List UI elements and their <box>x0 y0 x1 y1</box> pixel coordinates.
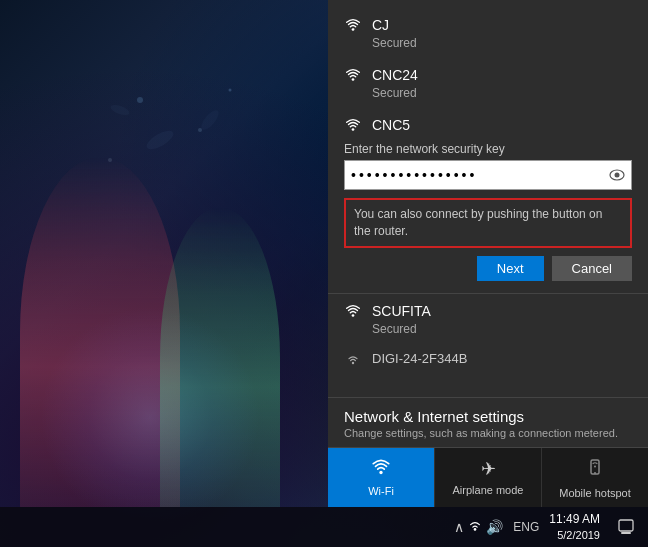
svg-point-12 <box>352 314 355 317</box>
wifi-signal-icon-digi <box>344 350 362 368</box>
eye-icon <box>609 169 625 181</box>
network-settings-section: Network & Internet settings Change setti… <box>328 397 648 447</box>
quick-actions-bar: Wi-Fi ✈ Airplane mode Mobile hotspot <box>328 447 648 507</box>
wifi-signal-icon-cnc5 <box>344 116 362 134</box>
bg-decoration <box>60 60 260 260</box>
next-button[interactable]: Next <box>477 256 544 281</box>
wifi-item-cj[interactable]: CJ Secured <box>328 8 648 58</box>
wifi-name-cnc5: CNC5 <box>372 117 410 133</box>
router-notice-text: You can also connect by pushing the butt… <box>354 207 602 238</box>
wifi-status-scufita: Secured <box>372 322 632 336</box>
system-tray: ∧ 🔊 ENG 11:49 AM 5/2/2019 <box>454 512 640 542</box>
quick-action-wifi[interactable]: Wi-Fi <box>328 448 435 507</box>
airplane-icon: ✈ <box>481 458 496 480</box>
cancel-button[interactable]: Cancel <box>552 256 632 281</box>
wifi-status-cj: Secured <box>372 36 632 50</box>
network-panel: CJ Secured CNC24 Secured <box>328 0 648 507</box>
taskbar: ∧ 🔊 ENG 11:49 AM 5/2/2019 <box>0 507 648 547</box>
wifi-name-cj: CJ <box>372 17 389 33</box>
quick-action-mobile-hotspot[interactable]: Mobile hotspot <box>542 448 648 507</box>
svg-point-0 <box>137 97 143 103</box>
svg-point-1 <box>198 128 202 132</box>
wifi-item-scufita-header: SCUFITA <box>344 302 632 320</box>
tray-network-icon[interactable] <box>468 518 482 535</box>
wifi-item-cnc5-expanded: CNC5 Enter the network security key You … <box>328 108 648 294</box>
wifi-signal-icon-cj <box>344 16 362 34</box>
mobile-hotspot-label: Mobile hotspot <box>559 487 631 499</box>
wifi-quick-label: Wi-Fi <box>368 485 394 497</box>
svg-point-13 <box>352 361 354 363</box>
password-input[interactable] <box>345 163 603 187</box>
password-label: Enter the network security key <box>344 142 632 156</box>
svg-rect-20 <box>621 532 631 534</box>
wifi-item-scufita[interactable]: SCUFITA Secured <box>328 294 648 344</box>
svg-point-8 <box>352 78 355 81</box>
wifi-item-cj-header: CJ <box>344 16 632 34</box>
svg-rect-19 <box>619 520 633 531</box>
wifi-item-cnc24-header: CNC24 <box>344 66 632 84</box>
airplane-label: Airplane mode <box>453 484 524 496</box>
svg-point-14 <box>379 471 382 474</box>
password-row <box>344 160 632 190</box>
svg-point-17 <box>594 466 596 468</box>
svg-point-9 <box>352 128 355 131</box>
network-settings-link[interactable]: Network & Internet settings <box>344 408 632 425</box>
quick-action-airplane[interactable]: ✈ Airplane mode <box>435 448 542 507</box>
wifi-item-digi[interactable]: DIGI-24-2F344B <box>328 344 648 374</box>
tray-show-hidden-icon[interactable]: ∧ <box>454 519 464 535</box>
wifi-name-cnc24: CNC24 <box>372 67 418 83</box>
tray-icons: ∧ 🔊 <box>454 518 503 535</box>
wifi-name-scufita: SCUFITA <box>372 303 431 319</box>
show-password-button[interactable] <box>603 161 631 189</box>
wifi-cnc5-header: CNC5 <box>344 116 632 134</box>
taskbar-date-value: 5/2/2019 <box>549 528 600 542</box>
taskbar-clock[interactable]: 11:49 AM 5/2/2019 <box>549 512 600 542</box>
router-notice-box: You can also connect by pushing the butt… <box>344 198 632 248</box>
tray-volume-icon[interactable]: 🔊 <box>486 519 503 535</box>
svg-point-11 <box>615 173 620 178</box>
wifi-list: CJ Secured CNC24 Secured <box>328 0 648 397</box>
svg-point-4 <box>144 127 176 152</box>
notification-center-button[interactable] <box>612 513 640 541</box>
svg-point-5 <box>109 103 131 117</box>
wifi-status-cnc24: Secured <box>372 86 632 100</box>
taskbar-time-value: 11:49 AM <box>549 512 600 528</box>
svg-point-3 <box>229 89 232 92</box>
tray-language-label[interactable]: ENG <box>513 520 539 534</box>
wifi-name-digi: DIGI-24-2F344B <box>372 351 467 366</box>
svg-point-18 <box>474 529 477 532</box>
svg-point-2 <box>108 158 112 162</box>
wifi-quick-icon <box>370 458 392 481</box>
wifi-action-buttons: Next Cancel <box>344 256 632 281</box>
wifi-signal-icon-scufita <box>344 302 362 320</box>
wifi-signal-icon-cnc24 <box>344 66 362 84</box>
wifi-item-cnc24[interactable]: CNC24 Secured <box>328 58 648 108</box>
svg-point-6 <box>198 108 221 133</box>
network-settings-description: Change settings, such as making a connec… <box>344 427 632 439</box>
mobile-hotspot-icon <box>584 458 606 483</box>
svg-point-7 <box>352 28 355 31</box>
